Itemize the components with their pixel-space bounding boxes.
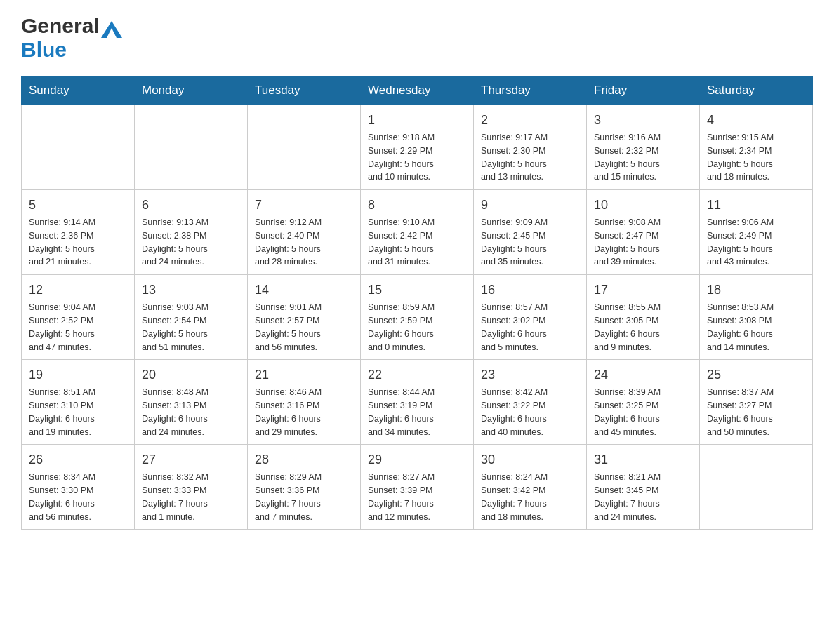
- day-info: Sunrise: 9:15 AM Sunset: 2:34 PM Dayligh…: [707, 131, 805, 184]
- calendar-cell: 2Sunrise: 9:17 AM Sunset: 2:30 PM Daylig…: [474, 105, 587, 190]
- calendar-cell: 20Sunrise: 8:48 AM Sunset: 3:13 PM Dayli…: [135, 360, 248, 445]
- day-number: 9: [481, 196, 579, 214]
- calendar-cell: 29Sunrise: 8:27 AM Sunset: 3:39 PM Dayli…: [361, 445, 474, 530]
- day-number: 17: [594, 281, 692, 299]
- calendar-cell: 7Sunrise: 9:12 AM Sunset: 2:40 PM Daylig…: [248, 190, 361, 275]
- calendar-cell: 4Sunrise: 9:15 AM Sunset: 2:34 PM Daylig…: [700, 105, 813, 190]
- day-of-week-header: Thursday: [474, 76, 587, 105]
- day-info: Sunrise: 8:32 AM Sunset: 3:33 PM Dayligh…: [142, 471, 240, 523]
- calendar-cell: 28Sunrise: 8:29 AM Sunset: 3:36 PM Dayli…: [248, 445, 361, 530]
- calendar-cell: [22, 105, 135, 190]
- day-info: Sunrise: 9:03 AM Sunset: 2:54 PM Dayligh…: [142, 301, 240, 354]
- calendar-cell: [700, 445, 813, 530]
- day-info: Sunrise: 9:01 AM Sunset: 2:57 PM Dayligh…: [255, 301, 353, 354]
- day-info: Sunrise: 9:08 AM Sunset: 2:47 PM Dayligh…: [594, 216, 692, 269]
- calendar-cell: 13Sunrise: 9:03 AM Sunset: 2:54 PM Dayli…: [135, 275, 248, 360]
- day-number: 23: [481, 365, 579, 384]
- logo-general-text: General: [21, 14, 100, 38]
- calendar-cell: 10Sunrise: 9:08 AM Sunset: 2:47 PM Dayli…: [587, 190, 700, 275]
- calendar-cell: [248, 105, 361, 190]
- calendar-week-row: 1Sunrise: 9:18 AM Sunset: 2:29 PM Daylig…: [22, 105, 813, 190]
- day-info: Sunrise: 8:53 AM Sunset: 3:08 PM Dayligh…: [707, 301, 805, 354]
- day-number: 26: [29, 450, 127, 469]
- day-number: 18: [707, 281, 805, 299]
- calendar-cell: 1Sunrise: 9:18 AM Sunset: 2:29 PM Daylig…: [361, 105, 474, 190]
- calendar-cell: 25Sunrise: 8:37 AM Sunset: 3:27 PM Dayli…: [700, 360, 813, 445]
- day-number: 24: [594, 365, 692, 384]
- day-info: Sunrise: 9:13 AM Sunset: 2:38 PM Dayligh…: [142, 216, 240, 269]
- day-number: 28: [255, 450, 353, 469]
- day-info: Sunrise: 8:51 AM Sunset: 3:10 PM Dayligh…: [29, 386, 127, 438]
- day-info: Sunrise: 9:14 AM Sunset: 2:36 PM Dayligh…: [29, 216, 127, 269]
- calendar-cell: 8Sunrise: 9:10 AM Sunset: 2:42 PM Daylig…: [361, 190, 474, 275]
- calendar-cell: 16Sunrise: 8:57 AM Sunset: 3:02 PM Dayli…: [474, 275, 587, 360]
- day-info: Sunrise: 8:34 AM Sunset: 3:30 PM Dayligh…: [29, 471, 127, 523]
- day-of-week-header: Wednesday: [361, 76, 474, 105]
- calendar-header-row: SundayMondayTuesdayWednesdayThursdayFrid…: [22, 76, 813, 105]
- calendar-cell: 18Sunrise: 8:53 AM Sunset: 3:08 PM Dayli…: [700, 275, 813, 360]
- day-number: 19: [29, 365, 127, 384]
- day-number: 31: [594, 450, 692, 469]
- day-info: Sunrise: 8:37 AM Sunset: 3:27 PM Dayligh…: [707, 386, 805, 438]
- day-number: 2: [481, 111, 579, 129]
- day-info: Sunrise: 8:57 AM Sunset: 3:02 PM Dayligh…: [481, 301, 579, 354]
- calendar-cell: 11Sunrise: 9:06 AM Sunset: 2:49 PM Dayli…: [700, 190, 813, 275]
- page-header: General Blue: [21, 14, 813, 62]
- day-number: 25: [707, 365, 805, 384]
- calendar-cell: 15Sunrise: 8:59 AM Sunset: 2:59 PM Dayli…: [361, 275, 474, 360]
- calendar-cell: 12Sunrise: 9:04 AM Sunset: 2:52 PM Dayli…: [22, 275, 135, 360]
- day-number: 21: [255, 365, 353, 384]
- day-info: Sunrise: 9:10 AM Sunset: 2:42 PM Dayligh…: [368, 216, 466, 269]
- day-info: Sunrise: 8:24 AM Sunset: 3:42 PM Dayligh…: [481, 471, 579, 523]
- logo-triangle-icon: [101, 18, 122, 38]
- day-info: Sunrise: 9:16 AM Sunset: 2:32 PM Dayligh…: [594, 131, 692, 184]
- calendar-week-row: 12Sunrise: 9:04 AM Sunset: 2:52 PM Dayli…: [22, 275, 813, 360]
- day-number: 16: [481, 281, 579, 299]
- day-of-week-header: Saturday: [700, 76, 813, 105]
- day-number: 7: [255, 196, 353, 214]
- calendar-table: SundayMondayTuesdayWednesdayThursdayFrid…: [21, 76, 813, 530]
- day-number: 8: [368, 196, 466, 214]
- calendar-cell: 9Sunrise: 9:09 AM Sunset: 2:45 PM Daylig…: [474, 190, 587, 275]
- day-of-week-header: Tuesday: [248, 76, 361, 105]
- day-info: Sunrise: 8:27 AM Sunset: 3:39 PM Dayligh…: [368, 471, 466, 523]
- calendar-cell: 26Sunrise: 8:34 AM Sunset: 3:30 PM Dayli…: [22, 445, 135, 530]
- calendar-cell: 17Sunrise: 8:55 AM Sunset: 3:05 PM Dayli…: [587, 275, 700, 360]
- day-info: Sunrise: 8:29 AM Sunset: 3:36 PM Dayligh…: [255, 471, 353, 523]
- day-info: Sunrise: 8:46 AM Sunset: 3:16 PM Dayligh…: [255, 386, 353, 438]
- day-number: 12: [29, 281, 127, 299]
- day-info: Sunrise: 8:39 AM Sunset: 3:25 PM Dayligh…: [594, 386, 692, 438]
- day-info: Sunrise: 9:09 AM Sunset: 2:45 PM Dayligh…: [481, 216, 579, 269]
- calendar-cell: 24Sunrise: 8:39 AM Sunset: 3:25 PM Dayli…: [587, 360, 700, 445]
- calendar-cell: 22Sunrise: 8:44 AM Sunset: 3:19 PM Dayli…: [361, 360, 474, 445]
- day-info: Sunrise: 8:21 AM Sunset: 3:45 PM Dayligh…: [594, 471, 692, 523]
- day-of-week-header: Monday: [135, 76, 248, 105]
- day-number: 29: [368, 450, 466, 469]
- day-number: 20: [142, 365, 240, 384]
- day-number: 27: [142, 450, 240, 469]
- day-info: Sunrise: 8:55 AM Sunset: 3:05 PM Dayligh…: [594, 301, 692, 354]
- calendar-cell: 6Sunrise: 9:13 AM Sunset: 2:38 PM Daylig…: [135, 190, 248, 275]
- logo: General Blue: [21, 14, 122, 62]
- calendar-cell: 3Sunrise: 9:16 AM Sunset: 2:32 PM Daylig…: [587, 105, 700, 190]
- logo-blue-text: Blue: [21, 38, 67, 61]
- day-of-week-header: Sunday: [22, 76, 135, 105]
- calendar-week-row: 19Sunrise: 8:51 AM Sunset: 3:10 PM Dayli…: [22, 360, 813, 445]
- day-info: Sunrise: 9:12 AM Sunset: 2:40 PM Dayligh…: [255, 216, 353, 269]
- day-number: 10: [594, 196, 692, 214]
- calendar-week-row: 5Sunrise: 9:14 AM Sunset: 2:36 PM Daylig…: [22, 190, 813, 275]
- calendar-cell: 5Sunrise: 9:14 AM Sunset: 2:36 PM Daylig…: [22, 190, 135, 275]
- day-number: 14: [255, 281, 353, 299]
- calendar-week-row: 26Sunrise: 8:34 AM Sunset: 3:30 PM Dayli…: [22, 445, 813, 530]
- day-number: 22: [368, 365, 466, 384]
- calendar-cell: [135, 105, 248, 190]
- day-info: Sunrise: 9:04 AM Sunset: 2:52 PM Dayligh…: [29, 301, 127, 354]
- day-number: 13: [142, 281, 240, 299]
- calendar-cell: 23Sunrise: 8:42 AM Sunset: 3:22 PM Dayli…: [474, 360, 587, 445]
- day-info: Sunrise: 8:42 AM Sunset: 3:22 PM Dayligh…: [481, 386, 579, 438]
- calendar-cell: 31Sunrise: 8:21 AM Sunset: 3:45 PM Dayli…: [587, 445, 700, 530]
- calendar-cell: 14Sunrise: 9:01 AM Sunset: 2:57 PM Dayli…: [248, 275, 361, 360]
- day-number: 6: [142, 196, 240, 214]
- calendar-cell: 30Sunrise: 8:24 AM Sunset: 3:42 PM Dayli…: [474, 445, 587, 530]
- day-info: Sunrise: 9:06 AM Sunset: 2:49 PM Dayligh…: [707, 216, 805, 269]
